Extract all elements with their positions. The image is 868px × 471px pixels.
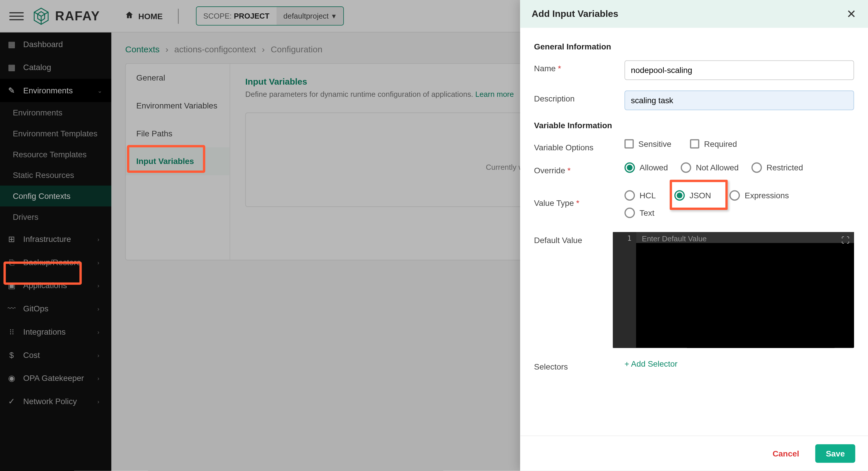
override-allowed-radio[interactable]: Allowed [624, 162, 668, 173]
value-type-json-radio[interactable]: JSON [669, 187, 717, 204]
radio-label: Restricted [767, 163, 803, 172]
name-label: Name * [534, 60, 615, 73]
expand-icon[interactable]: ⛶ [841, 236, 849, 245]
default-value-editor[interactable]: 1 Enter Default Value ⛶ [613, 232, 854, 348]
variable-info-heading: Variable Information [534, 121, 854, 130]
value-type-text-radio[interactable]: Text [624, 208, 654, 218]
close-icon[interactable]: ✕ [846, 7, 856, 21]
cancel-button[interactable]: Cancel [766, 444, 806, 463]
line-gutter: 1 [613, 232, 636, 348]
radio-label: Text [640, 208, 654, 217]
sensitive-checkbox[interactable]: Sensitive [624, 139, 671, 149]
radio-label: HCL [640, 191, 656, 200]
description-label: Description [534, 90, 615, 103]
required-checkbox[interactable]: Required [690, 139, 737, 149]
override-restricted-radio[interactable]: Restricted [751, 162, 803, 173]
override-not-allowed-radio[interactable]: Not Allowed [681, 162, 739, 173]
value-type-hcl-radio[interactable]: HCL [624, 190, 656, 200]
general-info-heading: General Information [534, 42, 854, 51]
default-value-label: Default Value [534, 232, 603, 245]
selectors-label: Selectors [534, 358, 615, 371]
radio-label: Expressions [745, 191, 789, 200]
add-selector-link[interactable]: + Add Selector [624, 359, 677, 368]
radio-label: Allowed [640, 163, 668, 172]
default-value-placeholder: Enter Default Value [642, 234, 707, 243]
add-input-variables-drawer: Add Input Variables ✕ General Informatio… [520, 0, 868, 471]
sensitive-label: Sensitive [638, 139, 671, 149]
drawer-body: General Information Name * Description V… [520, 28, 868, 436]
save-button[interactable]: Save [815, 444, 855, 463]
drawer-footer: Cancel Save [520, 436, 868, 471]
value-type-label: Value Type * [534, 187, 615, 208]
drawer-title: Add Input Variables [532, 9, 618, 19]
description-input[interactable] [624, 90, 854, 110]
radio-label: Not Allowed [696, 163, 739, 172]
value-type-expressions-radio[interactable]: Expressions [730, 190, 789, 200]
radio-label: JSON [689, 191, 711, 200]
name-input[interactable] [624, 60, 854, 80]
drawer-header: Add Input Variables ✕ [520, 0, 868, 28]
override-label: Override * [534, 162, 615, 175]
variable-options-label: Variable Options [534, 139, 615, 152]
required-label: Required [704, 139, 737, 149]
